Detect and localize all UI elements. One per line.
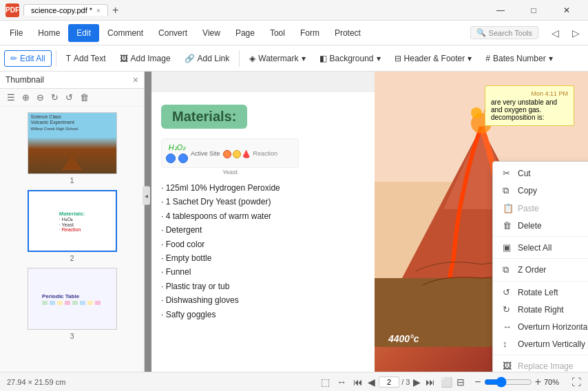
thumbnail-panel: Thumbnail × ☰ ⊕ ⊖ ↻ ↺ 🗑 Science ClassVol… [0,72,145,372]
materials-heading: Materials: [161,105,247,129]
thumb-rotate-ccw-button[interactable]: ↺ [63,91,76,104]
select-all-icon: ▣ [503,242,512,253]
thumbnail-item-2[interactable]: Materials: · H₂O₂ · Yeast · Reaction 2 [6,190,138,262]
page-navigation: ⏮ ◀ / 3 ▶ ⏭ [352,377,437,388]
rotate-right-icon: ↻ [503,304,512,315]
ctx-copy-label: Copy [518,186,588,196]
flip-horizontal-icon: ↔ [503,321,512,332]
bates-dropdown-icon: ▾ [549,54,553,63]
thumb-rotate-cw-button[interactable]: ↻ [48,91,61,104]
menu-convert[interactable]: Convert [151,25,194,41]
menu-file[interactable]: File [3,25,30,41]
thumbnail-header: Thumbnail × [0,72,144,89]
prev-page-button[interactable]: ◀ [366,377,377,388]
add-text-button[interactable]: T Add Text [61,51,112,66]
thumbnail-title: Thumbnail [6,75,44,85]
background-button[interactable]: ◧ Background ▾ [314,51,386,66]
menu-home[interactable]: Home [31,25,67,41]
ctx-paste: 📋 Paste [493,200,588,217]
zoom-slider[interactable] [484,377,532,388]
fullscreen-button[interactable]: ⛶ [571,377,581,388]
thumb-zoom-in-button[interactable]: ⊕ [19,91,32,104]
thumbnail-num-2: 2 [70,254,74,262]
search-tools[interactable]: 🔍 Search Tools [470,26,538,39]
close-button[interactable]: ✕ [551,0,582,21]
z-order-icon: ⧉ [503,264,512,275]
tab-close-button[interactable]: × [96,7,101,14]
ctx-cut-label: Cut [518,169,588,178]
rotate-left-icon: ↺ [503,287,512,297]
watermark-button[interactable]: ◈ Watermark ▾ [244,51,311,66]
temperature-label: 4400°c [388,333,419,344]
ctx-replace-image: 🖼 Replace Image [493,357,588,372]
minimize-button[interactable]: — [485,0,516,21]
fit-page-button[interactable]: ⬚ [319,377,331,388]
new-tab-button[interactable]: + [108,4,123,17]
bates-number-button[interactable]: # Bates Number ▾ [480,51,558,66]
back-button[interactable]: ◁ [545,24,565,42]
last-page-button[interactable]: ⏭ [424,377,437,388]
context-menu: ✂ Cut ⧉ Copy 📋 Paste 🗑 Delete ▣ Select A… [492,161,588,372]
edit-all-button[interactable]: ✏ Edit All [4,50,52,67]
menu-form[interactable]: Form [293,25,326,41]
thumb-delete-button[interactable]: 🗑 [77,91,92,104]
forward-button[interactable]: ▷ [566,24,585,42]
menu-tool[interactable]: Tool [263,25,292,41]
ctx-overturn-h[interactable]: ↔ Overturn Horizontally [493,318,588,335]
menu-page[interactable]: Page [229,25,262,41]
first-page-button[interactable]: ⏮ [352,377,364,388]
ctx-select-all[interactable]: ▣ Select All [493,239,588,256]
ctx-copy[interactable]: ⧉ Copy [493,182,588,200]
single-page-view-button[interactable]: ⬜ [441,377,452,388]
paste-icon: 📋 [503,203,512,213]
page-number-input[interactable] [379,377,399,388]
ctx-rotate-right[interactable]: ↻ Rotate Right [493,301,588,318]
ctx-z-order[interactable]: ⧉ Z Order ▶ [493,261,588,279]
thumb-zoom-out-button[interactable]: ⊖ [34,91,47,104]
thumbnail-image-3: Periodic Table [28,268,117,330]
zoom-in-button[interactable]: + [535,376,541,388]
app-icon: PDF [6,3,19,17]
ctx-delete[interactable]: 🗑 Delete [493,217,588,234]
menu-view[interactable]: View [196,25,227,41]
ctx-rotate-left[interactable]: ↺ Rotate Left [493,284,588,301]
main-area: Thumbnail × ☰ ⊕ ⊖ ↻ ↺ 🗑 Science ClassVol… [0,72,588,372]
cut-icon: ✂ [503,168,512,178]
watermark-dropdown-icon: ▾ [302,54,306,63]
edit-all-icon: ✏ [10,54,17,63]
thumbnail-close-button[interactable]: × [133,74,138,85]
ctx-rotate-left-label: Rotate Left [518,288,588,297]
header-footer-button[interactable]: ⊟ Header & Footer ▾ [389,51,478,66]
ctx-divider-3 [493,281,588,282]
svg-point-6 [471,107,482,118]
delete-icon: 🗑 [503,220,512,231]
search-icon: 🔍 [476,28,486,37]
background-dropdown-icon: ▾ [377,54,381,63]
add-link-button[interactable]: 🔗 Add Link [179,51,235,66]
add-image-button[interactable]: 🖼 Add Image [114,51,176,66]
search-tools-label: Search Tools [489,29,532,37]
continuous-view-button[interactable]: ⊟ [456,377,465,388]
panel-collapse-button[interactable]: ◂ [143,187,150,205]
zoom-out-button[interactable]: − [474,376,481,388]
ctx-paste-label: Paste [518,204,588,213]
menu-edit[interactable]: Edit [68,24,99,42]
ctx-divider-4 [493,355,588,355]
menubar: File Home Edit Comment Convert View Page… [0,21,588,45]
next-page-button[interactable]: ▶ [412,377,422,388]
statusbar: 27.94 × 21.59 cm ⬚ ↔ ⏮ ◀ / 3 ▶ ⏭ ⬜ ⊟ − +… [0,372,588,391]
ctx-overturn-v[interactable]: ↕ Overturn Vertically [493,335,588,352]
thumbnail-item-3[interactable]: Periodic Table [6,268,138,340]
toolbar: ✏ Edit All T Add Text 🖼 Add Image 🔗 Add … [0,45,588,72]
menu-comment[interactable]: Comment [101,25,150,41]
menu-protect[interactable]: Protect [328,25,368,41]
fit-width-button[interactable]: ↔ [335,377,348,388]
thumbnail-image-2: Materials: · H₂O₂ · Yeast · Reaction [28,190,117,252]
page-separator: / [401,378,403,386]
active-tab[interactable]: science-copy.pdf * × [23,4,108,16]
thumb-menu-button[interactable]: ☰ [4,91,18,104]
thumbnail-item-1[interactable]: Science ClassVolcanic ExperimentWillow C… [6,112,138,184]
window-nav-buttons: ◁ ▷ [545,24,585,42]
maximize-button[interactable]: □ [518,0,549,21]
ctx-cut[interactable]: ✂ Cut [493,165,588,182]
